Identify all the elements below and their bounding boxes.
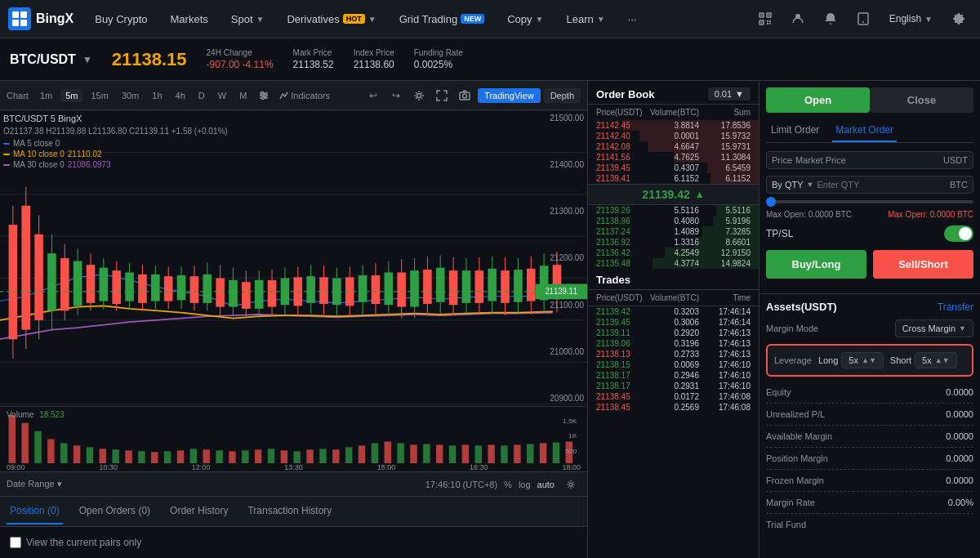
tf-30m[interactable]: 30m <box>117 89 144 102</box>
ob-sell-row-4[interactable]: 21139.450.43076.5459 <box>588 163 759 173</box>
nav-buy-crypto[interactable]: Buy Crypto <box>85 0 157 38</box>
buy-long-button[interactable]: Buy/Long <box>766 250 866 279</box>
fullscreen-icon[interactable] <box>432 86 452 105</box>
ma10-line: MA 10 close 0 21110.02 <box>3 150 228 158</box>
svg-rect-103 <box>449 270 458 305</box>
asset-stats: Equity 0.0000 Unrealized P/L 0.0000 Avai… <box>766 385 973 532</box>
language-selector[interactable]: English ▼ <box>883 10 939 28</box>
tf-W[interactable]: W <box>213 89 231 102</box>
price-placeholder: Market Price <box>795 155 940 165</box>
logo-text: BingX <box>36 11 74 26</box>
ob-buy-row-1[interactable]: 21138.960.40805.9196 <box>588 216 759 226</box>
svg-rect-47 <box>87 265 96 303</box>
short-leverage-selector[interactable]: 5x ▲▼ <box>915 352 956 368</box>
user-icon[interactable] <box>785 6 811 32</box>
camera-icon[interactable] <box>455 86 474 105</box>
ma5-line: MA 5 close 0 <box>3 139 228 148</box>
tf-M[interactable]: M <box>234 89 252 102</box>
svg-rect-37 <box>21 206 30 330</box>
ob-buy-row-4[interactable]: 21136.424.254912.9150 <box>588 248 759 258</box>
nav-copy[interactable]: Copy ▼ <box>497 0 553 38</box>
transfer-link[interactable]: Transfer <box>938 301 973 313</box>
logo[interactable]: BingX <box>8 7 74 30</box>
indicator-settings-icon[interactable] <box>255 86 273 105</box>
sell-short-button[interactable]: Sell/Short <box>873 250 973 279</box>
bell-icon[interactable] <box>817 6 844 32</box>
tf-D[interactable]: D <box>194 89 210 102</box>
chart-settings-bottom-icon[interactable] <box>561 475 581 494</box>
current-pairs-input[interactable] <box>10 537 21 548</box>
svg-rect-45 <box>74 261 82 306</box>
nav-markets[interactable]: Markets <box>161 0 218 38</box>
x-label-6: 18:00 <box>562 463 581 471</box>
bottom-tabs: Position (0) Open Orders (0) Order Histo… <box>0 496 587 527</box>
market-order-tab[interactable]: Market Order <box>832 119 897 142</box>
main-layout: Chart 1m 5m 15m 30m 1h 4h D W M Indicato… <box>0 81 980 558</box>
margin-mode-selector[interactable]: Cross Margin ▼ <box>895 319 973 337</box>
svg-rect-12 <box>767 23 768 25</box>
precision-btn[interactable]: 0.01 ▼ <box>708 87 751 100</box>
tab-transaction-history[interactable]: Transaction History <box>244 498 335 525</box>
ob-sell-row-1[interactable]: 21142.400.000115.9732 <box>588 131 759 141</box>
settings-icon[interactable] <box>946 6 972 32</box>
tf-15m[interactable]: 15m <box>86 89 113 102</box>
symbol-arrow: ▼ <box>82 54 92 65</box>
tf-4h[interactable]: 4h <box>171 89 190 102</box>
x-label-2: 12:00 <box>192 463 211 471</box>
tpsl-label: TP/SL <box>766 228 793 239</box>
ob-buy-row-2[interactable]: 21137.241.40897.3285 <box>588 226 759 237</box>
current-pairs-checkbox[interactable]: View the current pairs only <box>10 537 141 548</box>
equity-value: 0.0000 <box>946 387 973 397</box>
log-btn[interactable]: log <box>519 480 531 489</box>
tab-position[interactable]: Position (0) <box>7 498 63 525</box>
ticker-funding-rate: Funding Rate 0.0025% <box>414 48 463 70</box>
redo-icon[interactable]: ↪ <box>386 86 406 105</box>
tab-order-history[interactable]: Order History <box>167 498 231 525</box>
ob-sell-row-0[interactable]: 21142.453.881417.8536 <box>588 120 759 131</box>
nav-more[interactable]: ··· <box>618 0 647 38</box>
long-leverage-selector[interactable]: 5x ▲▼ <box>841 352 883 368</box>
ob-sell-row-5[interactable]: 21139.416.11526.1152 <box>588 173 759 184</box>
divider-6 <box>766 513 973 514</box>
qty-slider-track[interactable] <box>766 200 973 203</box>
nav-learn[interactable]: Learn ▼ <box>556 0 614 38</box>
svg-point-20 <box>261 92 264 94</box>
svg-rect-65 <box>203 275 212 303</box>
svg-rect-111 <box>501 270 510 303</box>
undo-icon[interactable]: ↩ <box>363 86 383 105</box>
indicators-btn[interactable]: Indicators <box>276 86 333 105</box>
tab-open-orders[interactable]: Open Orders (0) <box>76 498 154 525</box>
qty-type-selector[interactable]: By QTY <box>772 180 804 190</box>
nav-grid-trading[interactable]: Grid Trading NEW <box>390 0 495 38</box>
open-tab[interactable]: Open <box>766 87 870 113</box>
margin-mode-row: Margin Mode Cross Margin ▼ <box>766 319 973 337</box>
ob-buy-row-5[interactable]: 21135.484.377414.9824 <box>588 258 759 269</box>
close-tab[interactable]: Close <box>870 87 973 113</box>
svg-text:1K: 1K <box>568 432 577 440</box>
tf-1m[interactable]: 1m <box>35 89 57 102</box>
tpsl-toggle[interactable] <box>944 225 973 242</box>
tablet-icon[interactable] <box>850 6 876 32</box>
auto-btn[interactable]: auto <box>537 480 555 489</box>
price-axis: 21500.00 21400.00 21300.00 21200.00 2110… <box>550 110 587 406</box>
nav-spot[interactable]: Spot ▼ <box>221 0 274 38</box>
qty-input-group[interactable]: By QTY ▼ BTC <box>766 176 973 194</box>
x-label-0: 09:00 <box>7 463 25 471</box>
ob-sell-row-3[interactable]: 21141.564.762511.3084 <box>588 152 759 163</box>
limit-order-tab[interactable]: Limit Order <box>768 119 822 142</box>
ob-sell-row-2[interactable]: 21142.084.664715.9731 <box>588 141 759 152</box>
depth-btn[interactable]: Depth <box>544 88 581 103</box>
ob-buy-row-3[interactable]: 21136.921.33168.6601 <box>588 237 759 248</box>
tf-5m[interactable]: 5m <box>60 89 82 102</box>
qr-icon[interactable] <box>752 6 778 32</box>
tradingview-btn[interactable]: TradingView <box>478 88 541 103</box>
ticker-symbol[interactable]: BTC/USDT ▼ <box>10 52 92 67</box>
ob-buy-row-0[interactable]: 21139.265.51165.5116 <box>588 205 759 216</box>
chart-settings-icon[interactable] <box>409 86 429 105</box>
nav-derivatives[interactable]: Derivatives HOT ▼ <box>277 0 385 38</box>
date-range-btn[interactable]: Date Range ▾ <box>7 479 62 489</box>
qty-input[interactable] <box>817 180 947 190</box>
tf-1h[interactable]: 1h <box>147 89 167 102</box>
qty-slider-dot[interactable] <box>766 197 776 207</box>
position-margin-row: Position Margin 0.0000 <box>766 451 973 466</box>
